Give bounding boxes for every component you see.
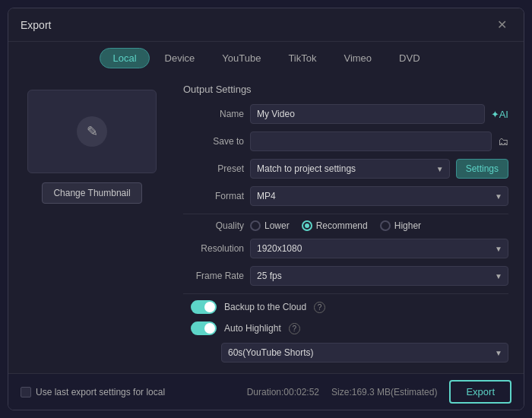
duration-text: Duration:00:02:52 xyxy=(247,387,319,397)
highlight-duration-select[interactable]: 60s(YouTube Shorts) xyxy=(221,343,508,363)
auto-highlight-toggle-knob xyxy=(204,323,215,334)
preset-row: Preset Match to project settings ▼ Setti… xyxy=(183,159,508,179)
frame-rate-row: Frame Rate 25 fps ▼ xyxy=(183,266,508,286)
save-to-input[interactable] xyxy=(250,131,492,151)
close-button[interactable]: ✕ xyxy=(492,16,511,33)
auto-highlight-label: Auto Highlight xyxy=(224,323,281,334)
format-label: Format xyxy=(183,191,244,201)
quality-higher-option[interactable]: Higher xyxy=(380,220,421,231)
quality-label: Quality xyxy=(183,220,244,231)
quality-lower-radio[interactable] xyxy=(250,220,261,231)
name-label: Name xyxy=(183,109,244,119)
resolution-select[interactable]: 1920x1080 xyxy=(250,239,508,258)
frame-rate-select-wrap: 25 fps ▼ xyxy=(250,266,508,286)
settings-button[interactable]: Settings xyxy=(456,159,508,179)
bottom-bar: Use last export settings for local Durat… xyxy=(8,373,524,410)
dialog-title: Export xyxy=(21,19,51,31)
bottom-right: Duration:00:02:52 Size:169.3 MB(Estimate… xyxy=(247,380,511,404)
export-button[interactable]: Export xyxy=(449,380,511,404)
ai-icon[interactable]: ✦AI xyxy=(491,109,508,120)
tab-tiktok[interactable]: TikTok xyxy=(276,49,328,68)
tab-vimeo[interactable]: Vimeo xyxy=(331,49,384,68)
quality-recommend-label: Recommend xyxy=(316,220,368,231)
resolution-select-wrap: 1920x1080 ▼ xyxy=(250,239,508,258)
quality-recommend-dot xyxy=(305,223,309,228)
preset-label: Preset xyxy=(183,163,244,174)
resolution-label: Resolution xyxy=(183,243,244,254)
name-input[interactable] xyxy=(250,104,485,124)
save-to-label: Save to xyxy=(183,136,244,147)
preset-select[interactable]: Match to project settings xyxy=(250,159,450,179)
thumbnail-preview: ✎ xyxy=(27,90,157,173)
name-row: Name ✦AI xyxy=(183,104,508,124)
preset-select-wrap: Match to project settings ▼ xyxy=(250,159,450,179)
pencil-icon: ✎ xyxy=(77,116,107,147)
save-to-row: Save to 🗂 xyxy=(183,131,508,151)
last-settings-label: Use last export settings for local xyxy=(36,387,165,397)
quality-recommend-radio[interactable] xyxy=(302,220,312,231)
highlight-duration-select-wrap: 60s(YouTube Shorts) ▼ xyxy=(221,343,508,363)
bottom-left: Use last export settings for local xyxy=(21,387,165,397)
quality-lower-option[interactable]: Lower xyxy=(250,220,290,231)
tab-local[interactable]: Local xyxy=(100,48,149,68)
auto-highlight-toggle[interactable] xyxy=(191,321,217,335)
resolution-row: Resolution 1920x1080 ▼ xyxy=(183,239,508,258)
backup-toggle-knob xyxy=(204,302,215,312)
quality-higher-label: Higher xyxy=(394,220,421,231)
export-dialog: Export ✕ Local Device YouTube TikTok Vim… xyxy=(8,8,524,410)
format-select[interactable]: MP4 xyxy=(250,186,508,206)
quality-lower-label: Lower xyxy=(264,220,290,231)
highlight-duration-row: 60s(YouTube Shorts) ▼ xyxy=(183,343,508,363)
frame-rate-select[interactable]: 25 fps xyxy=(250,266,508,286)
auto-highlight-help-icon[interactable]: ? xyxy=(289,323,300,334)
backup-help-icon[interactable]: ? xyxy=(314,302,325,313)
frame-rate-label: Frame Rate xyxy=(183,271,244,281)
tab-device[interactable]: Device xyxy=(153,49,207,68)
quality-radio-group: Lower Recommend Higher xyxy=(250,220,421,231)
tab-youtube[interactable]: YouTube xyxy=(210,49,273,68)
backup-toggle[interactable] xyxy=(191,300,217,314)
change-thumbnail-button[interactable]: Change Thumbnail xyxy=(42,182,141,204)
quality-higher-radio[interactable] xyxy=(380,220,391,231)
title-bar: Export ✕ xyxy=(8,8,524,42)
quality-row: Quality Lower Recommend Higher xyxy=(183,220,508,231)
right-panel: Output Settings Name ✦AI Save to 🗂 Prese… xyxy=(176,74,524,373)
backup-row: Backup to the Cloud ? xyxy=(183,300,508,314)
size-text: Size:169.3 MB(Estimated) xyxy=(331,387,437,397)
left-panel: ✎ Change Thumbnail xyxy=(8,74,176,373)
section-title: Output Settings xyxy=(183,84,508,95)
backup-label: Backup to the Cloud xyxy=(224,302,306,312)
quality-recommend-option[interactable]: Recommend xyxy=(302,220,368,231)
format-row: Format MP4 ▼ xyxy=(183,186,508,206)
format-select-wrap: MP4 ▼ xyxy=(250,186,508,206)
auto-highlight-row: Auto Highlight ? xyxy=(183,321,508,335)
tab-dvd[interactable]: DVD xyxy=(387,49,432,68)
folder-icon[interactable]: 🗂 xyxy=(498,135,508,147)
tabs-bar: Local Device YouTube TikTok Vimeo DVD xyxy=(8,42,524,74)
last-settings-checkbox[interactable] xyxy=(21,387,31,397)
main-content: ✎ Change Thumbnail Output Settings Name … xyxy=(8,74,524,373)
